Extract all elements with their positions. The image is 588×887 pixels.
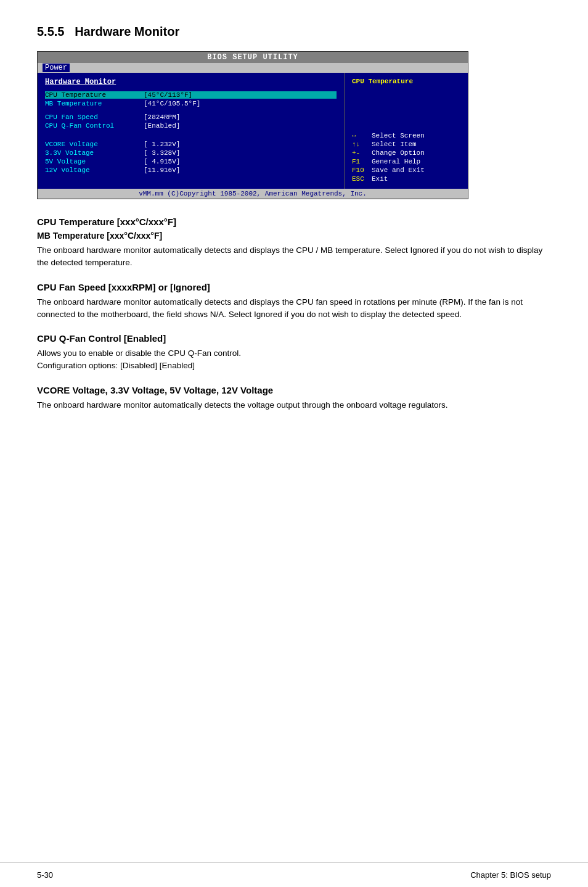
subsection-title-voltages: VCORE Voltage, 3.3V Voltage, 5V Voltage,… <box>37 385 551 395</box>
bios-value-12v: [11.916V] <box>144 167 180 174</box>
section-cpu-temp: CPU Temperature [xxx°C/xxx°F] MB Tempera… <box>37 217 551 270</box>
bios-key-row-item: ↑↓ Select Item <box>352 141 460 148</box>
bios-row-qfan: CPU Q-Fan Control [Enabled] <box>45 122 337 130</box>
section-voltages: VCORE Voltage, 3.3V Voltage, 5V Voltage,… <box>37 385 551 411</box>
bios-label-12v: 12V Voltage <box>45 167 144 174</box>
subsection-title-fan-speed: CPU Fan Speed [xxxxRPM] or [Ignored] <box>37 282 551 292</box>
bios-key-row-esc: ESC Exit <box>352 175 460 183</box>
bios-label-fan-speed: CPU Fan Speed <box>45 113 144 121</box>
body-text-fan-speed: The onboard hardware monitor automatical… <box>37 296 551 321</box>
bios-row-mb-temp: MB Temperature [41°C/105.5°F] <box>45 100 337 107</box>
bios-key-row-option: +- Change Option <box>352 149 460 157</box>
page-footer: 5-30 Chapter 5: BIOS setup <box>0 862 588 887</box>
bios-menu-power: Power <box>43 64 70 72</box>
bios-title-bar: BIOS SETUP UTILITY <box>38 52 468 63</box>
bios-label-3v3: 3.3V Voltage <box>45 149 144 157</box>
subsection-title-cpu-temp: CPU Temperature [xxx°C/xxx°F] <box>37 217 551 227</box>
bios-footer: vMM.mm (C)Copyright 1985-2002, American … <box>38 189 468 199</box>
bios-value-5v: [ 4.915V] <box>144 158 180 165</box>
bios-key-row-save: F10 Save and Exit <box>352 167 460 174</box>
subsection-title-mb-temp: MB Temperature [xxx°C/xxx°F] <box>37 231 551 241</box>
bios-value-mb-temp: [41°C/105.5°F] <box>144 100 200 107</box>
bios-key-row-screen: ↔ Select Screen <box>352 132 460 139</box>
section-cpu-fan-speed: CPU Fan Speed [xxxxRPM] or [Ignored] The… <box>37 282 551 321</box>
bios-row-vcore: VCORE Voltage [ 1.232V] <box>45 141 337 148</box>
bios-value-qfan: [Enabled] <box>144 122 180 130</box>
bios-left-panel: Hardware Monitor CPU Temperature [45°C/1… <box>38 73 345 189</box>
body-text-temp: The onboard hardware monitor automatical… <box>37 244 551 270</box>
bios-label-5v: 5V Voltage <box>45 158 144 165</box>
footer-page-number: 5-30 <box>37 870 53 880</box>
body-text-voltages: The onboard hardware monitor automatical… <box>37 399 551 411</box>
bios-label-mb-temp: MB Temperature <box>45 100 144 107</box>
bios-row-fan-speed: CPU Fan Speed [2824RPM] <box>45 113 337 121</box>
bios-left-title: Hardware Monitor <box>45 78 337 86</box>
bios-menu-bar: Power <box>38 63 468 73</box>
body-text-qfan: Allows you to enable or disable the CPU … <box>37 347 551 373</box>
bios-screenshot: BIOS SETUP UTILITY Power Hardware Monito… <box>37 51 468 199</box>
bios-value-fan-speed: [2824RPM] <box>144 113 180 121</box>
bios-row-cpu-temp: CPU Temperature [45°C/113°F] <box>45 91 337 99</box>
bios-row-12v: 12V Voltage [11.916V] <box>45 167 337 174</box>
bios-row-3v3: 3.3V Voltage [ 3.328V] <box>45 149 337 157</box>
section-title: 5.5.5 Hardware Monitor <box>37 25 551 39</box>
bios-value-vcore: [ 1.232V] <box>144 141 180 148</box>
footer-chapter: Chapter 5: BIOS setup <box>470 870 551 880</box>
bios-right-title: CPU Temperature <box>352 78 460 85</box>
bios-label-vcore: VCORE Voltage <box>45 141 144 148</box>
bios-right-panel: CPU Temperature ↔ Select Screen ↑↓ Selec… <box>345 73 468 189</box>
bios-keys: ↔ Select Screen ↑↓ Select Item +- Change… <box>352 132 460 183</box>
bios-label-qfan: CPU Q-Fan Control <box>45 122 144 130</box>
section-header: 5.5.5 Hardware Monitor <box>37 25 551 39</box>
section-qfan: CPU Q-Fan Control [Enabled] Allows you t… <box>37 333 551 373</box>
subsection-title-qfan: CPU Q-Fan Control [Enabled] <box>37 333 551 344</box>
bios-key-row-help: F1 General Help <box>352 158 460 165</box>
bios-label-cpu-temp: CPU Temperature <box>45 91 144 99</box>
bios-value-cpu-temp: [45°C/113°F] <box>144 91 192 99</box>
bios-content-area: Hardware Monitor CPU Temperature [45°C/1… <box>38 73 468 189</box>
bios-row-5v: 5V Voltage [ 4.915V] <box>45 158 337 165</box>
bios-value-3v3: [ 3.328V] <box>144 149 180 157</box>
